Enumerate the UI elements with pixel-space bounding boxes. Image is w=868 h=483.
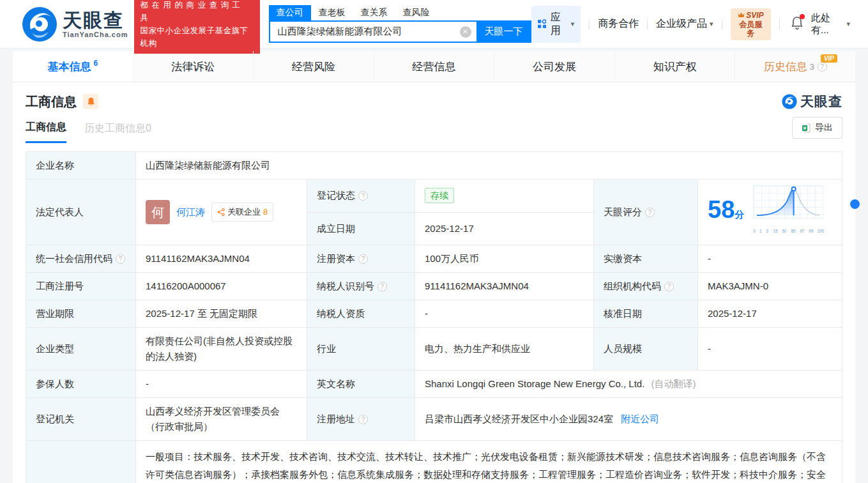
user-menu[interactable]: 此处有... ▾ <box>811 12 850 36</box>
org-code-label-cell: 组织机构代码? <box>594 273 698 300</box>
org-code-value: MAK3AJMN-0 <box>698 273 842 300</box>
nearby-companies-link[interactable]: 附近公司 <box>621 413 659 424</box>
subtab-business-info[interactable]: 工商信息 <box>26 121 66 143</box>
nav-business-cooperation[interactable]: 商务合作 <box>598 17 639 31</box>
paid-capital-value: - <box>698 245 842 273</box>
org-code-label: 组织机构代码 <box>604 279 661 294</box>
table-row: 参保人数 - 英文名称 Shanxi Longqi Green Storage … <box>26 371 842 398</box>
related-companies-badge[interactable]: 关联企业 8 <box>211 203 273 222</box>
score-curve <box>753 185 823 218</box>
table-row: 法定代表人 何 何江涛 关联企业 <box>26 180 842 213</box>
export-button[interactable]: 导出 <box>792 117 842 139</box>
search-tab-risk[interactable]: 查风险 <box>395 5 438 20</box>
tab-basic-info-count: 6 <box>93 59 98 68</box>
tab-basic-info[interactable]: 基本信息 6 <box>13 51 133 82</box>
export-label: 导出 <box>815 122 833 134</box>
search-input[interactable] <box>269 20 476 43</box>
tab-basic-info-label: 基本信息 <box>47 59 91 74</box>
tab-legal-label: 法律诉讼 <box>171 59 215 74</box>
svip-label: SVIP <box>746 11 763 20</box>
taxpayer-id-help-icon[interactable]: ? <box>377 282 387 291</box>
floating-side-widget[interactable] <box>850 199 860 209</box>
paid-capital-label: 实缴资本 <box>594 245 698 273</box>
address-label-cell: 注册地址? <box>307 398 415 441</box>
tab-history-label: 历史信息 <box>764 59 807 74</box>
legal-rep-avatar[interactable]: 何 <box>146 200 170 224</box>
svip-membership-button[interactable]: SVIP 会员服务 <box>731 8 772 40</box>
search-tab-company[interactable]: 查公司 <box>269 5 311 20</box>
promo-line-1: 都在用的商业查询工具 <box>140 0 254 24</box>
tab-company-development[interactable]: 公司发展 <box>494 51 615 82</box>
history-help-icon[interactable]: ? <box>818 62 827 72</box>
watermark-logo: 天眼查 <box>782 93 842 111</box>
reg-status-help-icon[interactable]: ? <box>358 191 368 201</box>
score-help-icon[interactable]: ? <box>645 208 655 217</box>
notification-dot <box>800 14 805 19</box>
org-code-help-icon[interactable]: ? <box>664 282 674 291</box>
tab-intellectual-property[interactable]: 知识产权 <box>615 51 736 82</box>
notifications-button[interactable] <box>791 16 803 33</box>
score-label: 天眼评分 <box>604 204 642 220</box>
legal-rep-cell: 何 何江涛 关联企业 8 <box>136 180 307 245</box>
axis-tick: 50 <box>782 224 786 238</box>
staff-size-label: 人员规模 <box>594 328 698 371</box>
enterprise-caret-icon: ▾ <box>710 20 713 28</box>
nav-enterprise-products[interactable]: 企业级产品 ▾ <box>656 17 713 31</box>
subscribe-bell-button[interactable] <box>83 94 98 109</box>
tab-operating-risk[interactable]: 经营风险 <box>254 51 374 82</box>
brand-domain: TianYanCha.com <box>63 31 128 38</box>
watermark-text: 天眼查 <box>800 93 842 111</box>
company-name-label: 企业名称 <box>26 152 136 180</box>
subtabs: 工商信息 历史工商信息0 导出 <box>26 121 842 143</box>
industry-value: 电力、热力生产和供应业 <box>415 328 594 371</box>
score-label-cell: 天眼评分? <box>594 180 698 245</box>
reg-capital-value: 100万人民币 <box>415 245 594 273</box>
related-companies-count: 8 <box>263 204 268 220</box>
taxpayer-id-label-cell: 纳税人识别号? <box>307 273 415 300</box>
table-row: 企业类型 有限责任公司(非自然人投资或控股的法人独资) 行业 电力、热力生产和供… <box>26 328 842 371</box>
svip-sublabel: 会员服务 <box>737 20 765 38</box>
approval-date-value: 2025-12-17 <box>698 300 842 328</box>
reg-authority-label: 登记机关 <box>26 398 136 441</box>
company-name-value: 山西隆柒绿储新能源有限公司 <box>136 152 842 180</box>
credit-code-label: 统一社会信用代码 <box>36 251 112 266</box>
reg-authority-value: 山西孝义经济开发区管理委员会（行政审批局） <box>136 398 307 441</box>
brand-name: 天眼查 <box>63 10 128 31</box>
divider <box>589 19 590 29</box>
score-distribution-chart[interactable]: 0 1 3 15 50 85 97 99 100 <box>753 185 825 239</box>
business-term-value: 2025-12-17 至 无固定期限 <box>136 300 307 328</box>
search-tab-relation[interactable]: 查关系 <box>353 5 395 20</box>
legal-rep-name-link[interactable]: 何江涛 <box>176 204 205 220</box>
tab-ip-label: 知识产权 <box>653 59 697 74</box>
search-button[interactable]: 天眼一下 <box>476 20 531 43</box>
vip-badge: VIP <box>821 54 837 63</box>
excel-icon <box>802 123 811 133</box>
score-value: 58分 <box>708 197 744 227</box>
tab-history-info[interactable]: 历史信息 3 ? VIP <box>735 51 855 82</box>
axis-tick: 3 <box>766 224 769 238</box>
apps-menu[interactable]: 应用 ▾ <box>531 6 581 43</box>
insured-label: 参保人数 <box>26 371 136 398</box>
brand-text: 天眼查 TianYanCha.com <box>63 10 128 38</box>
industry-label: 行业 <box>307 328 415 371</box>
reg-capital-help-icon[interactable]: ? <box>358 254 368 264</box>
english-name-label: 英文名称 <box>307 371 415 398</box>
credit-code-label-cell: 统一社会信用代码? <box>26 245 136 273</box>
address-label: 注册地址 <box>317 411 355 427</box>
tab-legal-proceedings[interactable]: 法律诉讼 <box>133 51 254 82</box>
credit-code-help-icon[interactable]: ? <box>116 254 125 264</box>
section-header: 工商信息 天眼查 <box>26 93 842 111</box>
taxpayer-id-label: 纳税人识别号 <box>317 279 374 294</box>
subtab-history-business-info[interactable]: 历史工商信息0 <box>84 122 151 142</box>
promo-line-2: 国家中小企业发展子基金旗下机构 <box>140 24 254 50</box>
site-logo[interactable]: 天眼查 TianYanCha.com <box>22 6 128 42</box>
tab-operating-info[interactable]: 经营信息 <box>374 51 495 82</box>
clear-search-icon[interactable]: ✕ <box>460 26 471 38</box>
promo-slogan: 都在用的商业查询工具 国家中小企业发展子基金旗下机构 <box>134 0 259 54</box>
address-help-icon[interactable]: ? <box>358 415 368 424</box>
reg-number-label: 工商注册号 <box>26 273 136 300</box>
search-tab-boss[interactable]: 查老板 <box>311 5 353 20</box>
reg-capital-label: 注册资本 <box>317 251 355 266</box>
divider <box>647 19 648 29</box>
axis-tick: 100 <box>818 224 825 238</box>
